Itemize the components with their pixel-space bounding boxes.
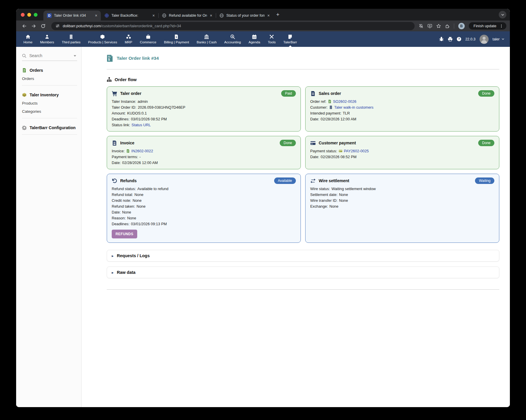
chevron-down-icon: [501, 13, 505, 17]
card-row: Deadlines:03/01/2026 09:13 PM: [112, 222, 296, 226]
invoice-icon: [112, 140, 117, 146]
card-row: Payment terms:-: [112, 155, 296, 159]
browser-window: D Taler Order link #34 × Taler Backoffic…: [16, 9, 510, 407]
gear-icon: [22, 125, 27, 130]
close-button[interactable]: [21, 13, 25, 17]
nav-item-accounting[interactable]: $ Accounting: [220, 31, 245, 47]
card-row: Invoice:IN2602-0022: [112, 149, 296, 153]
tab-close-icon[interactable]: ×: [209, 13, 213, 18]
commerce-icon: [146, 34, 151, 39]
link-pay2602-0025[interactable]: PAY2602-0025: [344, 149, 369, 153]
notifications-blocked-icon[interactable]: [419, 24, 423, 28]
nav-item-members[interactable]: Members: [36, 31, 58, 47]
card-row: Date:02/28/2026 08:52 PM: [310, 155, 494, 159]
card-customer-payment: Customer payment Done Payment status:PAY…: [305, 136, 499, 169]
link-status-url[interactable]: Status URL: [132, 123, 151, 127]
tab-close-icon[interactable]: ×: [94, 13, 98, 18]
nav-item-commerce[interactable]: Commerce: [136, 31, 160, 47]
row-label: Wire transfer ID:: [310, 198, 337, 203]
row-value: 02/28/2026 12:00 AM: [122, 161, 158, 165]
nav-item-mrp[interactable]: MRP: [121, 31, 136, 47]
sidebar-item-categories[interactable]: Categories: [22, 109, 77, 114]
card-taler-order: Taler order Paid Taler Instance:adminTal…: [107, 86, 301, 132]
new-tab-button[interactable]: +: [276, 11, 279, 18]
user-avatar[interactable]: [479, 35, 489, 44]
maximize-button[interactable]: [34, 13, 38, 17]
link-in2602-0022[interactable]: IN2602-0022: [131, 149, 153, 153]
home-icon: [26, 34, 30, 39]
divider: [454, 23, 454, 29]
nav-item-tools[interactable]: Tools: [264, 31, 279, 47]
card-rows: Taler Instance:adminTaler Order ID:2026.…: [112, 99, 296, 127]
card-title: Wire settlement: [319, 178, 349, 183]
nav-item-talerbarr[interactable]: TalerBarr: [279, 31, 301, 47]
refunds-button[interactable]: REFUNDS: [112, 230, 137, 238]
card-row: Exchange:None: [310, 204, 494, 209]
site-settings-icon[interactable]: [55, 24, 60, 28]
sidebar-section-orders: Orders Orders: [22, 68, 77, 86]
row-label: Taler Instance:: [112, 99, 136, 104]
row-label: Date:: [310, 155, 319, 159]
tab-status-of-your-order-forrefund[interactable]: Status of your order forrefund ×: [216, 11, 273, 21]
back-button[interactable]: [20, 22, 28, 30]
tabs: D Taler Order link #34 × Taler Backoffic…: [43, 11, 273, 21]
tab-taler-backoffice[interactable]: Taler Backoffice: ×: [101, 11, 158, 21]
tab-close-icon[interactable]: ×: [267, 13, 270, 18]
card-row: Deadlines:03/01/2026 08:52 PM: [112, 117, 296, 121]
row-label: Exchange:: [310, 204, 328, 209]
nav-item-third-parties[interactable]: Third parties: [58, 31, 84, 47]
reload-button[interactable]: [39, 22, 47, 30]
finish-update-button[interactable]: Finish update: [469, 22, 506, 30]
bookmark-star-icon[interactable]: [436, 24, 441, 28]
profile-avatar[interactable]: B: [458, 23, 465, 29]
extensions-puzzle-icon[interactable]: [445, 24, 450, 28]
nav-item-agenda[interactable]: Agenda: [245, 31, 264, 47]
row-label: Refund total:: [112, 192, 133, 197]
tab-search-button[interactable]: [499, 11, 506, 18]
tab-close-icon[interactable]: ×: [152, 13, 155, 18]
user-menu[interactable]: taler: [493, 37, 505, 41]
order-flow-cards: Taler order Paid Taler Instance:adminTal…: [107, 86, 499, 243]
nav-item-home[interactable]: Home: [20, 31, 36, 47]
printer-icon[interactable]: [448, 37, 453, 42]
search-input[interactable]: [29, 53, 70, 58]
link-so2602-0026[interactable]: SO2602-0026: [333, 99, 357, 104]
nav-menu: Home Members Third parties Products | Se…: [20, 31, 301, 47]
mrp-icon: [126, 34, 131, 39]
card-row: Wire status:Waiting settlement window: [310, 187, 494, 191]
url-path: /custom/talerbarr/talerorderlink_card.ph…: [101, 24, 181, 28]
tab-taler-order-link-34[interactable]: D Taler Order link #34 ×: [43, 11, 101, 21]
collapsible-raw-data[interactable]: ▸ Raw data: [107, 267, 499, 278]
sidebar-item-products[interactable]: Products: [22, 101, 77, 105]
minimize-button[interactable]: [27, 13, 31, 17]
row-value: None: [339, 192, 348, 197]
help-icon[interactable]: ?: [457, 37, 461, 42]
card-header: Sales order Done: [310, 90, 494, 97]
nav-item-billing-payment[interactable]: $ Billing | Payment: [160, 31, 193, 47]
taler-favicon: [104, 13, 109, 18]
forward-button[interactable]: [30, 22, 38, 30]
bug-icon[interactable]: [439, 37, 444, 42]
window-controls: [16, 13, 42, 17]
row-value: KUDOS:0.1: [127, 111, 147, 115]
card-row: Order ref:SO2602-0026: [310, 99, 494, 104]
status-badge: Waiting: [475, 177, 494, 184]
row-label: Intended payment:: [310, 111, 341, 115]
page-content: Orders Orders Taler Inventory ProductsCa…: [16, 47, 510, 407]
globe-favicon: [219, 13, 224, 18]
nav-item-banks-cash[interactable]: Banks | Cash: [193, 31, 220, 47]
install-app-icon[interactable]: [427, 24, 432, 28]
row-value: None: [339, 198, 348, 203]
divider: [22, 118, 77, 118]
dots-vertical-icon[interactable]: [499, 24, 503, 28]
collapsible-requests-logs[interactable]: ▸ Requests / Logs: [107, 250, 499, 262]
sidebar: Orders Orders Taler Inventory ProductsCa…: [16, 47, 82, 407]
page-title: Taler Order link #34: [117, 56, 159, 61]
address-bar[interactable]: dolibarr.potuzhnyi.com/custom/talerbarr/…: [51, 22, 415, 30]
tools-icon: [269, 34, 274, 39]
sidebar-item-orders[interactable]: Orders: [22, 76, 77, 81]
tab-refund-available-for-order-to[interactable]: Refund available for Order to ×: [158, 11, 216, 21]
caret-down-icon[interactable]: [73, 54, 77, 58]
nav-item-products-services[interactable]: Products | Services: [84, 31, 121, 47]
link-taler-walk-in-customers[interactable]: Taler walk-in customers: [334, 105, 374, 110]
